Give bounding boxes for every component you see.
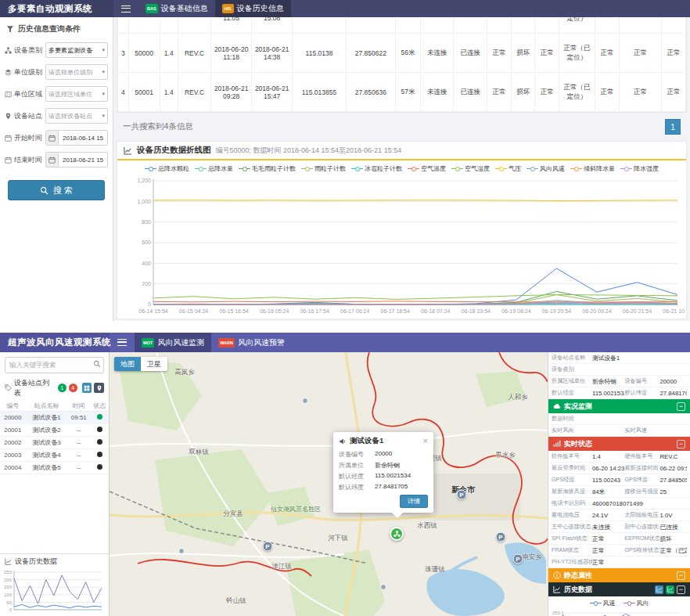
table-cell: 50001 bbox=[128, 73, 160, 112]
station-row[interactable]: 20000测试设备109:51 bbox=[0, 412, 109, 424]
panel-row: PH-YT2传感器状态正常 bbox=[548, 557, 690, 568]
tab-wind-warning[interactable]: WARN风向风速预警 bbox=[211, 333, 292, 352]
legend-label: 风向 bbox=[637, 599, 649, 607]
panel-label: 所属区域单位 bbox=[552, 377, 592, 385]
station-list-view-button[interactable] bbox=[82, 383, 92, 393]
device-station-select[interactable]: 请选择设备站点▾ bbox=[45, 108, 108, 124]
sidebar-toggle-button[interactable] bbox=[110, 333, 135, 352]
legend-item[interactable]: 毛毛雨粒子计数 bbox=[239, 164, 296, 173]
table-cell: 正常 bbox=[535, 73, 559, 112]
station-status bbox=[91, 462, 109, 474]
sidebar-history-header: 设备历史数据 bbox=[0, 554, 109, 569]
station-locate-button[interactable] bbox=[94, 383, 104, 393]
legend-item[interactable]: 风向 bbox=[624, 599, 649, 607]
legend-item[interactable]: 降水强度 bbox=[620, 164, 659, 173]
legend-item[interactable]: 风速 bbox=[590, 599, 616, 607]
popup-field: 设备编号20000 bbox=[339, 448, 428, 459]
popup-field-label: 设备编号 bbox=[339, 450, 375, 459]
station-row[interactable]: 20003测试设备4-- bbox=[0, 449, 109, 462]
station-id: 20003 bbox=[0, 449, 26, 462]
sidebar-toggle-button[interactable] bbox=[113, 0, 138, 17]
svg-text:100: 100 bbox=[4, 593, 13, 597]
station-row[interactable]: 20002测试设备3-- bbox=[0, 437, 109, 449]
device-marker-icon[interactable] bbox=[390, 527, 404, 541]
parking-marker-icon[interactable]: P bbox=[457, 490, 467, 500]
legend-item[interactable]: 总降水量 bbox=[195, 164, 233, 173]
legend-item[interactable]: 气压 bbox=[495, 164, 521, 173]
legend-label: 降水强度 bbox=[634, 164, 659, 173]
table-cell: 未连接 bbox=[420, 34, 454, 73]
table-cell: 57米 bbox=[395, 73, 420, 112]
popup-field-value: 115.0021534 bbox=[375, 472, 411, 481]
device-category-select[interactable]: 多要素监测设备▾ bbox=[45, 42, 108, 58]
panel-label: GPS模块状态 bbox=[624, 546, 659, 554]
parking-marker-icon[interactable]: P bbox=[496, 532, 506, 542]
popup-field: 所属单位新余特钢 bbox=[339, 459, 428, 470]
device-history-table: 2450004REV.C2018-06-14 11:052018-06-14 1… bbox=[117, 17, 686, 112]
status-dot-icon bbox=[97, 464, 102, 470]
legend-item[interactable]: 倾斜降水量 bbox=[570, 164, 615, 173]
legend-item[interactable]: 空气温度 bbox=[408, 164, 446, 173]
parking-marker-icon[interactable]: P bbox=[513, 554, 523, 564]
close-icon[interactable]: × bbox=[423, 437, 428, 445]
legend-item[interactable]: 总降水颗粒 bbox=[145, 164, 189, 173]
legend-item[interactable]: 空气湿度 bbox=[451, 164, 490, 173]
legend-item[interactable]: 冰雹粒子计数 bbox=[351, 164, 402, 173]
result-summary: 一共搜索到4条信息 bbox=[123, 121, 193, 132]
popup-detail-button[interactable]: 详情 bbox=[400, 495, 428, 508]
table-cell: 正常 bbox=[487, 73, 512, 112]
query-field-end-time: 结束时间2018-06-21 15 bbox=[0, 149, 113, 171]
legend-label: 风速 bbox=[603, 599, 616, 607]
legend-label: 毛毛雨粒子计数 bbox=[252, 164, 296, 173]
tab-device-history-info[interactable]: HIS设备历史信息 bbox=[215, 0, 291, 17]
collapse-icon[interactable]: − bbox=[677, 440, 685, 448]
unit-level-select[interactable]: 请选择单位级别▾ bbox=[45, 64, 108, 80]
field-label-text: 结束时间 bbox=[14, 155, 42, 165]
pagination-page-button[interactable]: 1 bbox=[665, 119, 681, 135]
panel-label: 实时风速 bbox=[624, 427, 659, 434]
parking-marker-icon[interactable]: P bbox=[263, 542, 273, 552]
panel-row: 主中心连接状态未连接副中心连接状态已连接 bbox=[548, 521, 690, 533]
table-row[interactable]: 3500001.4REV.C2018-06-20 11:182018-06-21… bbox=[118, 34, 686, 73]
legend-item[interactable]: 风向风速 bbox=[526, 164, 565, 173]
legend-marker-icon bbox=[408, 166, 419, 171]
start-time-input[interactable]: 2018-06-14 15 bbox=[45, 130, 108, 146]
end-time-input[interactable]: 2018-06-21 15 bbox=[45, 152, 108, 168]
panel-label: 默认纬度 bbox=[624, 389, 659, 397]
station-search-input[interactable] bbox=[5, 357, 104, 373]
panel-value: 正常 bbox=[592, 535, 625, 543]
legend-item[interactable]: 雨粒子计数 bbox=[301, 164, 346, 173]
svg-text:06-18 07:24: 06-18 07:24 bbox=[421, 308, 450, 314]
station-name: 测试设备2 bbox=[26, 424, 67, 437]
table-cell: 正常 bbox=[535, 17, 559, 34]
svg-text:200: 200 bbox=[4, 578, 13, 582]
search-button[interactable]: 搜 索 bbox=[8, 180, 105, 200]
select-value: 请选择单位级别 bbox=[49, 68, 100, 77]
legend-marker-icon bbox=[526, 166, 538, 171]
collapse-icon[interactable]: − bbox=[677, 571, 685, 580]
section-title: 静态属性 bbox=[564, 571, 592, 581]
popup-field-value: 新余特钢 bbox=[375, 461, 400, 470]
table-cell: 已连接 bbox=[454, 34, 487, 73]
collapse-icon[interactable]: − bbox=[677, 585, 685, 594]
map-mode-button[interactable]: 地图 bbox=[114, 357, 141, 371]
table-cell: REV.C bbox=[178, 34, 211, 73]
unit-region-select[interactable]: 请选择区域单位▾ bbox=[45, 86, 108, 102]
chart-tool-button[interactable] bbox=[666, 585, 674, 594]
map-view[interactable]: 地图卫星 测试设备1 × 设备编号20000所属单位新余特钢默认经度115.00… bbox=[110, 352, 548, 616]
panel-row: 蓄电池电压24.1V太阳能板电压1.0V bbox=[548, 510, 690, 521]
station-row[interactable]: 20001测试设备2-- bbox=[0, 424, 109, 437]
table-cell: 2018-06-21 15:47 bbox=[252, 73, 293, 112]
table-row[interactable]: 4500011.4REV.C2018-06-21 09:282018-06-21… bbox=[118, 73, 686, 112]
tab-device-basic-info[interactable]: BAS设备基础信息 bbox=[138, 0, 215, 17]
panel-row: 电话卡识别码460067018071499 bbox=[548, 498, 690, 510]
tab-wind-monitor[interactable]: MOT风向风速监测 bbox=[135, 333, 211, 352]
collapse-icon[interactable]: − bbox=[677, 402, 685, 411]
table-row[interactable]: 2450004REV.C2018-06-14 11:052018-06-14 1… bbox=[118, 17, 686, 34]
bottom-nav-tabs: MOT风向风速监测WARN风向风速预警 bbox=[135, 333, 292, 352]
station-name: 测试设备1 bbox=[26, 412, 67, 424]
chart-tool-button[interactable] bbox=[655, 585, 663, 594]
station-status bbox=[91, 412, 109, 424]
satellite-mode-button[interactable]: 卫星 bbox=[141, 357, 167, 371]
station-row[interactable]: 20004测试设备5-- bbox=[0, 462, 109, 474]
